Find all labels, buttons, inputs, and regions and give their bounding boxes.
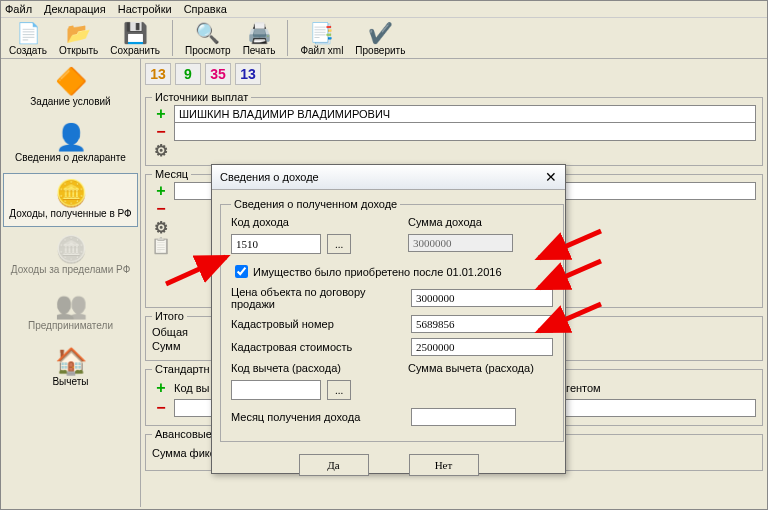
toolbar-sep [172, 20, 173, 56]
totals-line1: Общая [152, 326, 188, 338]
add-income-icon[interactable]: + [152, 182, 170, 200]
tb-print[interactable]: 🖨️Печать [243, 21, 276, 56]
edit-income-icon[interactable]: ⚙ [152, 218, 170, 236]
menubar: Файл Декларация Настройки Справка [1, 1, 767, 18]
people-icon: 👥 [55, 292, 87, 320]
sidebar-conditions[interactable]: 🔶Задание условий [3, 61, 138, 115]
tab-35[interactable]: 35 [205, 63, 231, 85]
tab-9[interactable]: 9 [175, 63, 201, 85]
sidebar-entrepreneurs[interactable]: 👥Предприниматели [3, 285, 138, 339]
std-legend: Стандартн [152, 363, 213, 375]
sources-fieldset: Источники выплат + − ⚙ ШИШКИН ВЛАДИМИР В… [145, 91, 763, 166]
folder-open-icon: 📂 [67, 21, 91, 45]
rate-tabs: 13 9 35 13 [145, 63, 763, 85]
after-2016-label: Имущество было приобретено после 01.01.2… [253, 266, 502, 278]
app-window: Файл Декларация Настройки Справка 📄Созда… [0, 0, 768, 510]
menu-file[interactable]: Файл [5, 3, 32, 15]
kadcost-label: Кадастровая стоимость [231, 341, 411, 353]
tab-13a[interactable]: 13 [145, 63, 171, 85]
preview-icon: 🔍 [196, 21, 220, 45]
months-legend: Месяц [152, 168, 191, 180]
kadcost-input[interactable] [411, 338, 553, 356]
print-icon: 🖨️ [247, 21, 271, 45]
toolbar: 📄Создать 📂Открыть 💾Сохранить 🔍Просмотр 🖨… [1, 18, 767, 59]
xml-icon: 📑 [310, 21, 334, 45]
sidebar-income-rf[interactable]: 🪙Доходы, полученные в РФ [3, 173, 138, 227]
menu-settings[interactable]: Настройки [118, 3, 172, 15]
kadnum-label: Кадастровый номер [231, 318, 411, 330]
dedcode-input[interactable] [231, 380, 321, 400]
month-input[interactable] [411, 408, 516, 426]
annotation-arrow-kad [531, 256, 611, 296]
globe-coins-icon: 🪙 [55, 236, 87, 264]
totals-legend: Итого [152, 310, 187, 322]
code-input[interactable] [231, 234, 321, 254]
code-label: Код дохода [231, 216, 376, 228]
check-icon: ✔️ [368, 21, 392, 45]
svg-line-1 [539, 231, 601, 258]
add-std-icon[interactable]: + [152, 379, 170, 397]
income-dialog: Сведения о доходе ✕ Сведения о полученно… [211, 164, 566, 474]
new-doc-icon: 📄 [16, 21, 40, 45]
tb-open[interactable]: 📂Открыть [59, 21, 98, 56]
remove-income-icon[interactable]: − [152, 200, 170, 218]
annotation-arrow-checkbox [156, 249, 236, 289]
save-icon: 💾 [123, 21, 147, 45]
menu-help[interactable]: Справка [184, 3, 227, 15]
edit-source-icon[interactable]: ⚙ [152, 141, 170, 159]
totals-line2: Сумм [152, 340, 180, 352]
menu-declaration[interactable]: Декларация [44, 3, 106, 15]
sum-input [408, 234, 513, 252]
yes-button[interactable]: Да [299, 454, 369, 476]
tab-13b[interactable]: 13 [235, 63, 261, 85]
price-label: Цена объекта по договору продажи [231, 286, 411, 310]
deduction-icon: 🏠 [55, 348, 87, 376]
dialog-titlebar: Сведения о доходе ✕ [212, 165, 565, 190]
sidebar-declarant[interactable]: 👤Сведения о декларанте [3, 117, 138, 171]
sidebar-income-foreign[interactable]: 🪙Доходы за пределами РФ [3, 229, 138, 283]
tb-create[interactable]: 📄Создать [9, 21, 47, 56]
dialog-title: Сведения о доходе [220, 171, 319, 183]
tree-icon: 🔶 [55, 68, 87, 96]
annotation-arrow-kadcost [531, 299, 611, 339]
dialog-fs-legend: Сведения о полученном доходе [231, 198, 400, 210]
code-lookup-button[interactable]: ... [327, 234, 351, 254]
svg-line-0 [166, 257, 226, 284]
tb-check[interactable]: ✔️Проверить [355, 21, 405, 56]
sidebar: 🔶Задание условий 👤Сведения о декларанте … [1, 59, 141, 507]
close-icon[interactable]: ✕ [545, 169, 557, 185]
after-2016-checkbox[interactable] [235, 265, 248, 278]
tb-save[interactable]: 💾Сохранить [110, 21, 160, 56]
person-icon: 👤 [55, 124, 87, 152]
month-label: Месяц получения дохода [231, 411, 411, 423]
svg-line-3 [539, 304, 601, 331]
toolbar-sep [287, 20, 288, 56]
dedcode-label: Код вычета (расхода) [231, 362, 376, 374]
dialog-fieldset: Сведения о полученном доходе Код дохода … [220, 198, 564, 442]
sources-legend: Источники выплат [152, 91, 251, 103]
std-codelabel: Код вы [174, 382, 210, 394]
source-row[interactable]: ШИШКИН ВЛАДИМИР ВЛАДИМИРОВИЧ [174, 105, 756, 123]
tb-preview[interactable]: 🔍Просмотр [185, 21, 231, 56]
coins-icon: 🪙 [55, 180, 87, 208]
source-row-empty[interactable] [174, 123, 756, 141]
svg-line-2 [539, 261, 601, 288]
dedsum-label: Сумма вычета (расхода) [408, 362, 553, 374]
remove-std-icon[interactable]: − [152, 399, 170, 417]
remove-source-icon[interactable]: − [152, 123, 170, 141]
add-source-icon[interactable]: + [152, 105, 170, 123]
tb-xml[interactable]: 📑Файл xml [300, 21, 343, 56]
sidebar-deductions[interactable]: 🏠Вычеты [3, 341, 138, 395]
dedcode-lookup-button[interactable]: ... [327, 380, 351, 400]
no-button[interactable]: Нет [409, 454, 479, 476]
